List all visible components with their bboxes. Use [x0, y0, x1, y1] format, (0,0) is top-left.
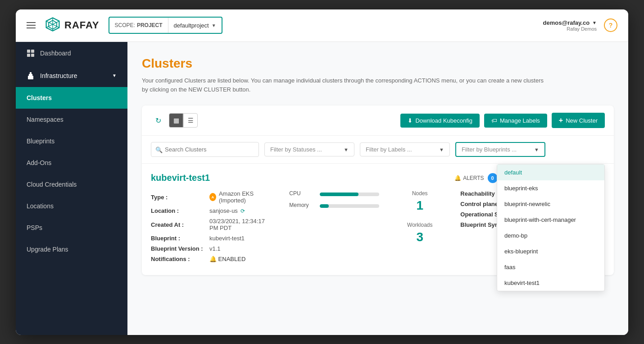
search-icon: 🔍 [155, 146, 163, 153]
help-icon[interactable]: ? [604, 18, 617, 32]
cluster-name[interactable]: kubevirt-test1 [151, 173, 210, 183]
user-org: Rafay Demos [543, 26, 597, 32]
alerts-label: 🔔 ALERTS [454, 175, 484, 181]
created-row: Created At : 03/23/2021, 12:34:17 PM PDT [151, 218, 271, 231]
memory-progress-fill [320, 204, 329, 208]
dropdown-item-faas[interactable]: faas [497, 259, 604, 275]
logo: RAFAY [45, 16, 100, 34]
tag-icon: 🏷 [491, 117, 497, 124]
logo-text: RAFAY [64, 19, 100, 31]
filters-row: 🔍 Filter by Statuses ... ▼ Filter by Lab… [142, 136, 614, 163]
blueprint-row: Blueprint : kubevirt-test1 [151, 235, 271, 242]
user-menu-chevron-icon: ▼ [592, 20, 597, 25]
grid-view-button[interactable]: ▦ [169, 113, 183, 128]
scope-chevron-icon: ▼ [212, 23, 216, 28]
sidebar-item-addons[interactable]: Add-Ons [16, 152, 127, 174]
infrastructure-icon [27, 72, 35, 80]
search-wrap: 🔍 [151, 142, 259, 157]
blueprint-dropdown: default blueprint-eks blueprint-newrelic… [497, 164, 605, 291]
sidebar-item-dashboard[interactable]: Dashboard [16, 42, 127, 64]
sidebar-item-clusters[interactable]: Clusters [16, 87, 127, 109]
download-icon: ⬇ [408, 117, 413, 124]
location-value: sanjose-us ⟳ [209, 207, 245, 214]
blueprint-version-row: Blueprint Version : v1.1 [151, 245, 271, 252]
svg-rect-11 [30, 72, 32, 74]
hamburger-menu[interactable] [27, 22, 36, 28]
sidebar-item-blueprints[interactable]: Blueprints [16, 130, 127, 152]
dashboard-icon [27, 49, 35, 57]
sidebar-item-clusters-label: Clusters [27, 94, 52, 101]
memory-progress-bar [320, 204, 379, 208]
dropdown-item-demo-bp[interactable]: demo-bp [497, 228, 604, 243]
location-row: Location : sanjose-us ⟳ [151, 207, 271, 214]
sidebar-item-cloud-credentials[interactable]: Cloud Credentials [16, 174, 127, 195]
alert-badge-0: 0 [488, 173, 498, 183]
svg-rect-7 [27, 54, 30, 57]
user-email: demos@rafay.co ▼ [543, 19, 597, 26]
dropdown-item-blueprint-newrelic[interactable]: blueprint-newrelic [497, 196, 604, 212]
notifications-row: Notifications : 🔔 ENABLED [151, 256, 271, 262]
list-view-button[interactable]: ☰ [183, 113, 198, 128]
filter-statuses[interactable]: Filter by Statuses ... ▼ [264, 142, 354, 156]
status-chevron-icon: ▼ [344, 147, 349, 152]
type-row: Type : A Amazon EKS (Imported) [151, 190, 271, 204]
download-kubeconfig-button[interactable]: ⬇ Download Kubeconfig [400, 114, 479, 128]
sidebar-item-psps[interactable]: PSPs [16, 217, 127, 239]
nodes-workloads-col: Nodes 1 Workloads 3 [397, 190, 442, 266]
toolbar-left: ↻ ▦ ☰ [151, 113, 198, 128]
svg-rect-8 [31, 54, 34, 57]
sidebar-item-upgrade-plans[interactable]: Upgrade Plans [16, 239, 127, 260]
refresh-button[interactable]: ↻ [151, 113, 165, 128]
memory-row: Memory [289, 202, 379, 210]
type-value: A Amazon EKS (Imported) [209, 190, 271, 204]
resources-col: CPU Memory [289, 190, 379, 266]
dropdown-item-blueprint-eks[interactable]: blueprint-eks [497, 180, 604, 196]
sidebar-item-namespaces[interactable]: Namespaces [16, 109, 127, 130]
cpu-progress-fill [320, 193, 358, 196]
new-cluster-button[interactable]: + New Cluster [552, 113, 605, 128]
manage-labels-button[interactable]: 🏷 Manage Labels [484, 114, 547, 128]
dropdown-item-blueprint-cert-manager[interactable]: blueprint-with-cert-manager [497, 212, 604, 228]
svg-rect-9 [28, 76, 33, 79]
panel-toolbar: ↻ ▦ ☰ ⬇ Download Kubeconfig 🏷 [142, 105, 614, 136]
dropdown-item-kubevirt-test1[interactable]: kubevirt-test1 [497, 275, 604, 291]
filter-blueprints[interactable]: Filter by Blueprints ... ▼ [455, 142, 545, 157]
content: Clusters Your configured Clusters are li… [127, 42, 628, 335]
logo-icon [45, 16, 61, 34]
user-info[interactable]: demos@rafay.co ▼ Rafay Demos [543, 19, 597, 32]
dropdown-item-eks-blueprint[interactable]: eks-blueprint [497, 243, 604, 259]
page-title: Clusters [142, 56, 614, 71]
dropdown-item-default[interactable]: default [497, 165, 604, 180]
blueprints-chevron-icon: ▼ [534, 147, 539, 152]
location-sync-icon: ⟳ [240, 208, 245, 214]
sidebar: Dashboard Infrastructure ▼ Clusters Name… [16, 42, 127, 335]
page-description: Your configured Clusters are listed belo… [142, 76, 547, 95]
scope-value[interactable]: defaultproject ▼ [168, 18, 222, 33]
clusters-panel: ↻ ▦ ☰ ⬇ Download Kubeconfig 🏷 [142, 105, 614, 275]
sidebar-item-locations-label: Locations [27, 202, 54, 210]
svg-rect-6 [31, 50, 34, 53]
sidebar-item-infrastructure-label: Infrastructure [40, 72, 77, 79]
sidebar-item-infrastructure[interactable]: Infrastructure ▼ [16, 64, 127, 87]
labels-chevron-icon: ▼ [439, 147, 444, 152]
cpu-progress-bar [320, 193, 379, 196]
cpu-row: CPU [289, 190, 379, 198]
svg-rect-5 [27, 50, 30, 53]
sidebar-item-upgrade-plans-label: Upgrade Plans [27, 246, 68, 253]
sidebar-item-blueprints-label: Blueprints [27, 138, 54, 145]
sidebar-item-dashboard-label: Dashboard [40, 50, 71, 57]
sidebar-item-psps-label: PSPs [27, 224, 42, 231]
bell-icon: 🔔 [454, 175, 461, 181]
main-layout: Dashboard Infrastructure ▼ Clusters Name… [16, 42, 628, 335]
plus-icon: + [559, 116, 563, 124]
sidebar-item-locations[interactable]: Locations [16, 195, 127, 217]
sidebar-item-cloud-credentials-label: Cloud Credentials [27, 181, 77, 188]
scope-selector[interactable]: SCOPE: PROJECT defaultproject ▼ [109, 17, 222, 34]
header: RAFAY SCOPE: PROJECT defaultproject ▼ de… [16, 9, 628, 42]
scope-label: SCOPE: PROJECT [109, 18, 168, 33]
toolbar-right: ⬇ Download Kubeconfig 🏷 Manage Labels + … [400, 113, 605, 128]
search-clusters-input[interactable] [151, 142, 259, 157]
infrastructure-chevron-icon: ▼ [112, 73, 117, 78]
filter-labels[interactable]: Filter by Labels ... ▼ [360, 142, 450, 156]
sidebar-item-addons-label: Add-Ons [27, 159, 51, 166]
